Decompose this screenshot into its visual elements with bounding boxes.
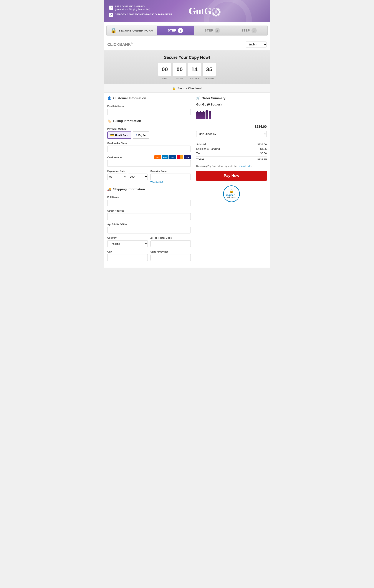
state-group: State / Province — [150, 250, 191, 261]
pay-now-button[interactable]: Pay Now — [196, 171, 267, 181]
what-is-this-link[interactable]: What is this? — [150, 181, 191, 184]
bottle-1 — [196, 112, 199, 119]
step-3[interactable]: STEP 3 — [230, 26, 267, 35]
shipping-label: Shipping & Handling — [196, 147, 220, 150]
visa-icon: VISA — [184, 155, 191, 159]
apt-label: Apt / Suite / Other — [107, 223, 191, 226]
benefit-shipping: FREE DOMESTIC SHIPPING (International Sh… — [109, 5, 172, 11]
terms-link[interactable]: Terms of Sale — [238, 165, 251, 168]
product-image — [196, 108, 211, 123]
card-number-group: Card Number DIS AMEX DC MC VISA — [107, 155, 191, 167]
state-label: State / Province — [150, 250, 191, 253]
countdown-hours: 00 — [173, 63, 186, 76]
cardholder-label: Cardholder Name — [107, 142, 191, 145]
benefit-shipping-text: FREE DOMESTIC SHIPPING (International Sh… — [115, 5, 150, 11]
promo-box: Secure Your Copy Now! 00 00 14 35 DAYS H… — [104, 51, 270, 84]
product-price: $234.00 — [196, 125, 267, 129]
city-group: City — [107, 250, 148, 261]
credit-card-btn[interactable]: 💳 Credit Card — [107, 131, 131, 139]
exp-security-row: Expiration Date 01 02 03 04 05 06 07 08 … — [107, 170, 191, 184]
diners-icon: DC — [169, 155, 176, 159]
order-summary-title: 🛒 Order Summary — [196, 96, 267, 100]
step-1[interactable]: STEP 1 — [157, 26, 194, 35]
registered-mark: ® — [131, 42, 133, 45]
days-label: DAYS — [158, 77, 171, 80]
subtotal-value: $234.00 — [257, 143, 267, 146]
product-name: Gut Go (6 Bottles) — [196, 103, 267, 106]
security-code-input[interactable] — [150, 174, 191, 180]
discover-icon: DIS — [154, 155, 161, 159]
payment-methods: 💳 Credit Card P PayPal — [107, 131, 191, 139]
exp-selects: 01 02 03 04 05 06 07 08 09 10 11 12 — [107, 174, 148, 180]
shipping-section: 🚚 Shipping Information Full Name Street … — [107, 187, 191, 264]
shipping-row: Shipping & Handling $4.95 — [196, 147, 267, 151]
form-left: 👤 Customer Information Email Address 🏷️ … — [107, 96, 191, 264]
street-input[interactable] — [107, 213, 191, 220]
city-input[interactable] — [107, 254, 148, 261]
mastercard-icon: MC — [177, 155, 183, 159]
steps-container: STEP 1 STEP 2 STEP 3 — [157, 26, 267, 35]
header-benefits: FREE DOMESTIC SHIPPING (International Sh… — [109, 5, 172, 17]
step-3-num: 3 — [251, 28, 257, 33]
total-row: TOTAL $238.95 — [196, 156, 267, 162]
country-label: Country — [107, 236, 148, 239]
bottle-4 — [206, 111, 208, 119]
total-label: TOTAL — [196, 158, 205, 161]
credit-card-label: Credit Card — [115, 134, 128, 136]
logo-text: GutG — [189, 6, 221, 16]
city-state-row: City State / Province — [107, 250, 191, 264]
countdown: 00 00 14 35 — [108, 63, 266, 76]
exp-year-select[interactable]: 2024 2025 2026 2027 2028 — [128, 174, 148, 180]
state-input[interactable] — [150, 254, 191, 261]
email-input[interactable] — [107, 109, 191, 115]
digicert-seal: 🔒 digicert™ SECURED — [223, 185, 240, 202]
apt-input[interactable] — [107, 227, 191, 233]
paypal-btn[interactable]: P PayPal — [133, 131, 149, 139]
street-group: Street Address — [107, 209, 191, 220]
country-select[interactable]: Thailand United States United Kingdom Au… — [107, 240, 148, 247]
order-summary: 🛒 Order Summary Gut Go (6 Bottles) $234.… — [196, 96, 267, 264]
card-number-input[interactable] — [107, 160, 191, 167]
bottle-group — [196, 112, 211, 119]
tag-icon: 🏷️ — [107, 119, 111, 123]
language-select[interactable]: English Spanish French — [246, 42, 267, 47]
subtotal-label: Subtotal — [196, 143, 206, 146]
currency-select[interactable]: USD - US Dollar EUR - Euro GBP - British… — [196, 131, 267, 137]
step-2-num: 2 — [215, 28, 220, 33]
digicert-badge: 🔒 digicert™ SECURED — [196, 185, 267, 202]
full-name-input[interactable] — [107, 200, 191, 206]
step-2[interactable]: STEP 2 — [194, 26, 231, 35]
clickbank-header: CLICKBANK® English Spanish French — [104, 39, 270, 51]
security-label: Security Code — [150, 170, 191, 172]
countdown-seconds: 35 — [203, 63, 216, 76]
city-label: City — [107, 250, 148, 253]
bottle-3 — [202, 112, 205, 119]
paypal-label: PayPal — [138, 134, 146, 136]
countdown-labels: DAYS HOURS MINUTES SECONDS — [108, 77, 266, 80]
expiration-group: Expiration Date 01 02 03 04 05 06 07 08 … — [107, 170, 148, 184]
secure-form-text: SECURE ORDER FORM — [119, 29, 153, 32]
lock-icon: 🔒 — [110, 27, 117, 33]
form-layout: 👤 Customer Information Email Address 🏷️ … — [104, 93, 270, 268]
svg-point-0 — [212, 8, 220, 16]
hours-label: HOURS — [173, 77, 186, 80]
benefit-guarantee: 365-DAY 100% MONEY-BACK GUARANTEE — [109, 13, 172, 17]
secure-checkout-lock: 🔒 — [172, 87, 176, 90]
apt-group: Apt / Suite / Other — [107, 223, 191, 233]
full-name-label: Full Name — [107, 196, 191, 199]
check-icon-2 — [109, 13, 113, 17]
card-number-row: Card Number DIS AMEX DC MC VISA — [107, 155, 191, 159]
country-zip-row: Country Thailand United States United Ki… — [107, 236, 191, 250]
zip-input[interactable] — [150, 240, 191, 247]
street-label: Street Address — [107, 209, 191, 212]
exp-month-select[interactable]: 01 02 03 04 05 06 07 08 09 10 11 12 — [107, 174, 127, 180]
logo: GutG — [189, 6, 221, 17]
shipping-value: $4.95 — [260, 147, 267, 150]
order-totals: Subtotal $234.00 Shipping & Handling $4.… — [196, 140, 267, 162]
cardholder-input[interactable] — [107, 146, 191, 152]
secure-form-label: 🔒 SECURE ORDER FORM — [107, 25, 157, 36]
card-icons: DIS AMEX DC MC VISA — [154, 155, 191, 159]
step-1-num: 1 — [178, 28, 183, 33]
bottle-2 — [199, 112, 202, 119]
benefit-guarantee-text: 365-DAY 100% MONEY-BACK GUARANTEE — [115, 13, 172, 16]
